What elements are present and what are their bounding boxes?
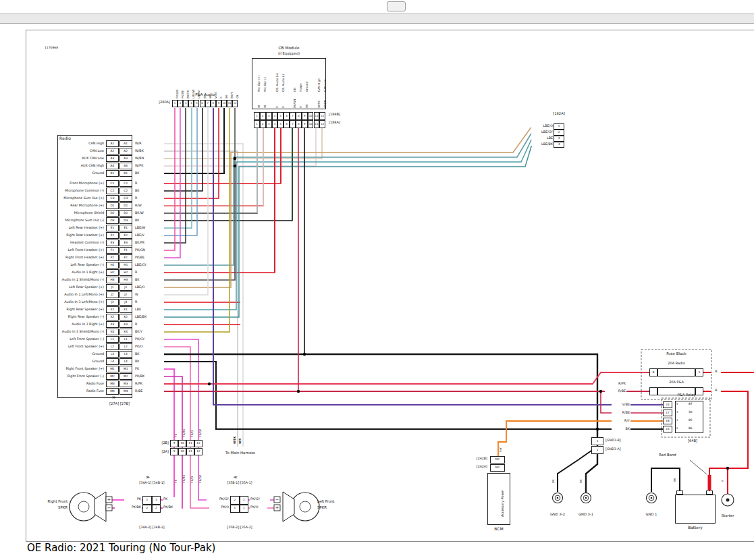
relay-terminal: 5 [676,403,678,405]
radio-pin-cavity: J2 [119,291,133,298]
wire-code-label: PK [124,497,142,501]
conn-162a-wire-code: LBE [531,136,554,140]
conn-162a-wire-code: LBE/GY [531,130,554,134]
radio-wire-code: W/R [135,142,142,145]
conn-184a-pin: 11 [314,120,320,128]
radio-pin-cavity: L2 [106,343,119,350]
conn-184a-pin: 10 [308,120,314,128]
conn-162a-wire-code: LBE/O [531,124,554,128]
connector-label-27: [27A] [27B] [93,402,146,406]
conn-2-wire-code: PK/BK [183,475,186,483]
conn-2-wire-code: PK/O [191,430,194,437]
bcm-box [487,473,510,525]
pa-audio-wire-code: LBE/V [198,90,201,99]
radio-pin-label: CAN High [58,142,104,145]
radio-pin-cavity: K1 [119,306,133,313]
radio-pin-label: Ground [58,171,104,175]
connector-label-gnd3a: [GND3-A] [605,447,621,451]
radio-wire-code: LBE/O [135,285,144,289]
radio-pin-cavity: J2 [106,291,119,298]
radio-pin-label: Audio In 1 Right (+) [58,271,104,274]
connector-label-gnd3b: [GND3-B] [605,439,621,442]
pa-audio-wire-code: LBE/W [192,90,196,99]
pa-audio-pin: 11 [227,100,232,107]
conn-2b-pin: 12 [194,440,203,447]
pa-audio-wire-code: BK/PK [187,90,190,99]
radio-pin-label: Audio In 3 Left/Mono (+) [58,300,104,304]
radio-pin-cavity: K1 [106,306,119,313]
radio-pin-cavity: L3 [119,351,133,358]
conn-162a-wire-code: LBE/BK [531,142,554,146]
radio-pin-label: Audio In 3 Right (+) [58,323,104,326]
pa-audio-pin: 12 [232,100,238,107]
connector-label-2a: [2A] [153,450,169,454]
radio-pin-label: Rear Microphone (+) [58,204,104,207]
wire-code-label: PK [163,497,178,501]
conn-2b-pin: 10 [178,440,186,447]
conn-2b-pin: 11 [186,440,194,447]
pa-audio-pin: 3 [183,100,188,107]
radio-pin-cavity: A3 [119,155,133,162]
radio-pin-label: Microphone Sum Out (-) [58,219,104,222]
wire-code-label: PK/O [209,505,230,509]
wire-code-vertical: R [722,480,725,482]
radio-pin-label: Right Rear Speaker (-) [58,315,104,318]
radio-pin-cavity: M2 [106,373,119,380]
radio-pin-cavity: E1 [119,225,133,231]
connector-label-35-bottom: [35B-2] [35A-2] [215,526,265,529]
pa-audio-wire-code: W [209,96,213,99]
conn-2a-pin: 9 [170,448,178,455]
radio-pin-cavity: C3 [106,195,119,202]
starter-label: Starter [713,513,743,517]
radio-pin-cavity: J3 [119,299,133,306]
conn-184b-pin: 2 [260,112,266,120]
conn-184a-pin: 1 [254,120,260,128]
radio-pin-cavity: L1 [106,336,119,343]
radio-pin-cavity: D1 [119,202,133,209]
radio-pin-cavity: F2 [106,254,119,261]
conn-35-pin: 2 [240,496,249,505]
wire-code-vertical: BK [580,479,583,483]
radio-pin-cavity: M1 [106,366,119,372]
radio-pin-cavity: E2 [119,232,133,239]
radio-pin-cavity: C2 [106,188,119,194]
cb-module-box [252,58,326,109]
radio-pin-label: Microphone Shield [58,211,104,215]
wire-code-label: PK/BK [115,505,142,509]
battery-post [706,491,713,495]
radio-pin-cavity: C1 [119,180,133,187]
radio-wire-code: BK/PK [135,241,144,244]
conn-34-pin: 2 [142,505,152,513]
radio-pin-label: Right Front Headset (+) [58,256,104,259]
pa-audio-wire-code: GY [236,94,240,99]
conn-162a-pin: 1 [554,123,564,130]
conn-184b-pin: 8 [296,112,302,120]
radio-pin-cavity: F2 [119,254,133,261]
conn-184a-pin: 3 [266,120,272,128]
radio-pin-cavity: H1 [106,262,119,269]
radio-pin-cavity: K4 [119,329,133,335]
conn-2-wire-code: PK/O [191,476,194,483]
radio-pin-cavity: D2 [106,210,119,217]
wire-code-label: R [711,370,721,373]
relay-terminal: 3 [676,411,678,414]
relay-pin: 30 [689,411,702,414]
ground-label: GND 3-2 [544,513,571,517]
connector-arrow-icon: ≫ [146,475,150,479]
radio-wire-code: R/W [135,204,142,207]
wire-code-vertical: BK [552,479,556,483]
radio-pin-cavity: C3 [119,195,133,202]
conn-184a-pin: 5 [277,120,284,128]
fuse-pin: 8 [649,368,657,376]
conn-184b-pin: 10 [308,112,314,120]
radio-wire-code: BK [135,189,139,192]
radio-pin-cavity: A2 [106,148,119,155]
conn-gnd3-pin: 1 [591,437,603,445]
pa-audio-wire-code: BK/Y [231,92,234,99]
conn-35-pin: 1 [230,505,240,513]
radio-pin-label: Right Rear Speaker (+) [58,308,104,311]
conn-2-wire-code: PK [175,480,178,483]
radio-pin-cavity: J1 [119,284,133,291]
page-title: OE Radio: 2021 Touring (No Tour-Pak) [27,542,215,554]
conn-35-pin: 1 [240,505,249,513]
